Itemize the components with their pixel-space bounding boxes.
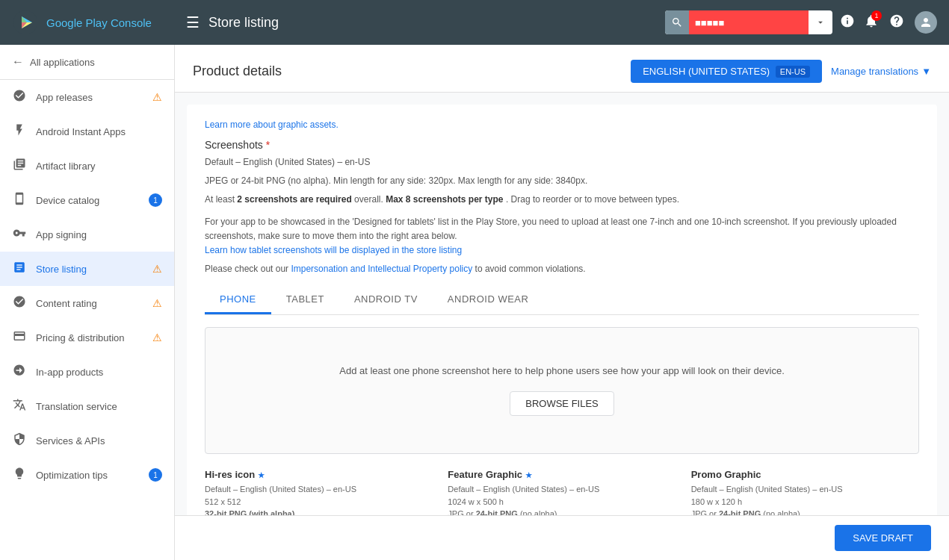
content-rating-warning-icon: ⚠: [152, 297, 162, 309]
product-details-header: Product details ENGLISH (UNITED STATES) …: [175, 45, 949, 93]
notification-badge: 1: [871, 10, 882, 21]
feature-graphic-title: Feature Graphic ★: [448, 469, 676, 480]
device-catalog-badge: 1: [149, 193, 162, 207]
logo-text: Google Play Console: [46, 16, 152, 29]
page-title: Store listing: [208, 15, 665, 31]
search-section: [665, 10, 855, 34]
back-to-all-apps[interactable]: ← All applications: [0, 45, 174, 80]
save-draft-button[interactable]: SAVE DRAFT: [835, 525, 931, 551]
sidebar: ← All applications App releases ⚠ Androi…: [0, 45, 175, 560]
sidebar-item-app-releases[interactable]: App releases ⚠: [0, 80, 174, 114]
chevron-down-icon: [815, 17, 826, 28]
app-logo: Google Play Console: [12, 9, 186, 36]
screenshots-format: JPEG or 24-bit PNG (no alpha). Min lengt…: [205, 174, 919, 188]
avatar-icon: [919, 16, 933, 29]
language-button[interactable]: ENGLISH (UNITED STATES) EN-US: [631, 60, 822, 83]
search-input[interactable]: [689, 10, 809, 34]
store-listing-warning-icon: ⚠: [152, 263, 162, 275]
back-arrow-icon: ←: [12, 55, 24, 69]
search-icon: [671, 16, 683, 28]
tab-phone[interactable]: PHONE: [205, 286, 271, 314]
help-icon: [889, 13, 904, 28]
screenshots-requirements: At least 2 screenshots are required over…: [205, 193, 919, 207]
hi-res-icon-title: Hi-res icon ★: [205, 469, 433, 480]
sidebar-item-content-rating[interactable]: Content rating ⚠: [0, 286, 174, 320]
info-icon: [840, 13, 855, 28]
sidebar-item-artifact-library[interactable]: Artifact library: [0, 149, 174, 183]
sidebar-item-android-instant-apps[interactable]: Android Instant Apps: [0, 114, 174, 149]
header-actions: 1: [864, 11, 937, 34]
sidebar-item-in-app-products[interactable]: In-app products: [0, 355, 174, 389]
main-content: Product details ENGLISH (UNITED STATES) …: [175, 45, 949, 560]
tab-tablet[interactable]: TABLET: [271, 286, 339, 314]
app-releases-icon: [12, 89, 27, 105]
promo-graphic-title: Promo Graphic: [691, 469, 919, 480]
browse-files-button[interactable]: BROWSE FILES: [510, 391, 614, 416]
sidebar-item-pricing-distribution[interactable]: Pricing & distribution ⚠: [0, 320, 174, 355]
store-listing-icon: [12, 261, 27, 277]
sidebar-item-device-catalog[interactable]: Device catalog 1: [0, 183, 174, 217]
play-store-logo-icon: [12, 9, 39, 36]
sidebar-item-services-apis[interactable]: Services & APIs: [0, 423, 174, 458]
app-header: Google Play Console ☰ Store listing 1: [0, 0, 949, 45]
device-catalog-icon: [12, 192, 27, 208]
translation-icon: [12, 398, 27, 414]
pricing-warning-icon: ⚠: [152, 332, 162, 343]
screenshots-section: Learn more about graphic assets. Screens…: [187, 105, 937, 560]
search-icon-button[interactable]: [665, 10, 689, 34]
app-signing-icon: [12, 226, 27, 243]
search-dropdown-button[interactable]: [809, 10, 832, 34]
instant-apps-icon: [12, 123, 27, 140]
warning-icon: ⚠: [152, 91, 162, 103]
product-details-title: Product details: [193, 63, 282, 79]
tab-android-tv[interactable]: ANDROID TV: [339, 286, 433, 314]
translation-section: ENGLISH (UNITED STATES) EN-US Manage tra…: [631, 60, 931, 83]
policy-link[interactable]: Impersonation and Intellectual Property …: [291, 264, 472, 274]
notifications-button[interactable]: 1: [864, 13, 879, 32]
content-rating-icon: [12, 295, 27, 311]
optimization-tips-icon: [12, 467, 27, 483]
tablet-link[interactable]: Learn how tablet screenshots will be dis…: [205, 245, 462, 255]
manage-translations-button[interactable]: Manage translations ▼: [831, 66, 931, 77]
tab-android-wear[interactable]: ANDROID WEAR: [433, 286, 544, 314]
learn-more-link[interactable]: Learn more about graphic assets.: [205, 119, 919, 130]
optimization-tips-badge: 1: [149, 468, 162, 482]
upload-instructions: Add at least one phone screenshot here t…: [339, 365, 785, 376]
sidebar-item-optimization-tips[interactable]: Optimization tips 1: [0, 458, 174, 492]
pricing-icon: [12, 329, 27, 346]
in-app-products-icon: [12, 364, 27, 380]
tablet-note: For your app to be showcased in the 'Des…: [205, 215, 919, 258]
artifact-icon: [12, 158, 27, 174]
sidebar-item-translation-service[interactable]: Translation service: [0, 389, 174, 423]
hamburger-menu-button[interactable]: ☰: [186, 13, 200, 31]
user-avatar[interactable]: [915, 11, 937, 34]
screenshot-upload-area: Add at least one phone screenshot here t…: [205, 327, 919, 454]
screenshots-locale: Default – English (United States) – en-U…: [205, 155, 919, 169]
search-box: [665, 10, 832, 34]
sidebar-item-app-signing[interactable]: App signing: [0, 217, 174, 252]
help-button[interactable]: [889, 13, 904, 32]
screenshots-title: Screenshots *: [205, 139, 919, 151]
services-icon: [12, 432, 27, 449]
save-bar: SAVE DRAFT: [175, 515, 949, 560]
policy-note: Please check out our Impersonation and I…: [205, 264, 919, 274]
sidebar-item-store-listing[interactable]: Store listing ⚠: [0, 252, 174, 286]
content-area: Product details ENGLISH (UNITED STATES) …: [175, 45, 949, 560]
info-button[interactable]: [840, 13, 855, 32]
screenshot-tabs: PHONE TABLET ANDROID TV ANDROID WEAR: [205, 286, 919, 315]
